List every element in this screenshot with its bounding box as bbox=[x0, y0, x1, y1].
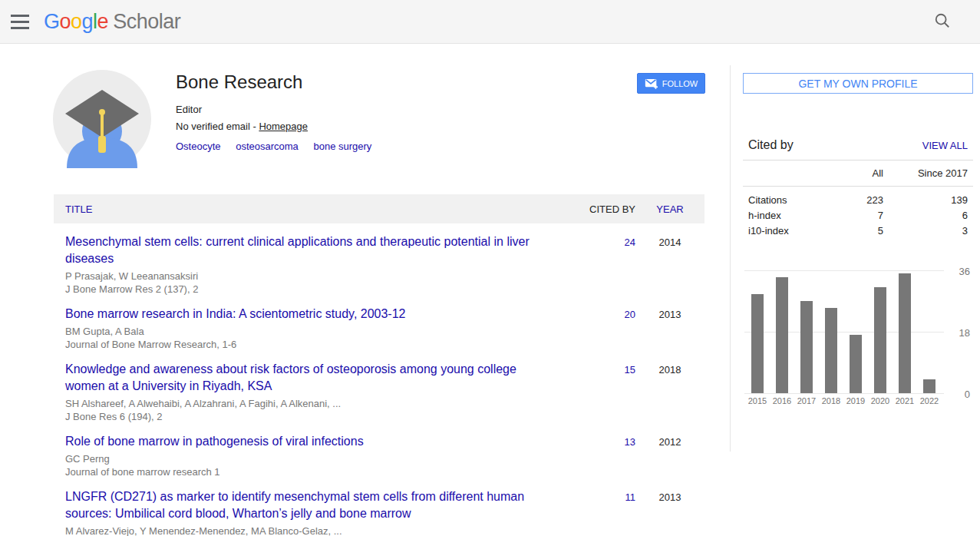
col-since: Since 2017 bbox=[883, 167, 968, 179]
publication-title-link[interactable]: Knowledge and awareness about risk facto… bbox=[65, 361, 551, 395]
stat-label: h-index bbox=[748, 208, 826, 223]
x-axis-label: 2015 bbox=[745, 396, 770, 405]
y-axis-tick: 18 bbox=[959, 327, 970, 339]
email-status-line: No verified email - Homepage bbox=[176, 121, 713, 132]
profile-name: Bone Research bbox=[176, 71, 713, 93]
homepage-link[interactable]: Homepage bbox=[259, 121, 308, 132]
stat-label: i10-index bbox=[748, 223, 826, 239]
publication-title-link[interactable]: Bone marrow research in India: A sciento… bbox=[65, 306, 551, 323]
publication-authors: P Prasajak, W Leeanansaksiri bbox=[65, 270, 551, 283]
publications-header-row: TITLE CITED BY YEAR bbox=[54, 194, 704, 223]
search-icon[interactable] bbox=[932, 12, 952, 31]
publication-year: 2012 bbox=[635, 433, 704, 478]
top-bar: GoogleScholar bbox=[0, 0, 980, 44]
x-axis-label: 2016 bbox=[770, 396, 794, 405]
publication-row: Mesenchymal stem cells: current clinical… bbox=[54, 229, 704, 301]
tag-link[interactable]: osteosarcoma bbox=[236, 141, 299, 152]
publication-year: 2018 bbox=[635, 361, 704, 423]
stat-since-value: 6 bbox=[883, 208, 968, 223]
x-axis-label: 2022 bbox=[917, 396, 942, 405]
stat-all-value: 7 bbox=[826, 208, 883, 223]
publication-row: Role of bone marrow in pathogenesis of v… bbox=[54, 428, 704, 484]
cited-by-title: Cited by bbox=[748, 138, 794, 152]
chart-x-axis-labels: 2015 2016 2017 2018 2019 2020 2021 2022 bbox=[745, 396, 942, 405]
citations-bar-chart: 36 18 0 2015 2016 2017 2018 2019 2020 2 bbox=[743, 266, 973, 420]
publication-row: Knowledge and awareness about risk facto… bbox=[54, 356, 704, 428]
sort-by-title-header[interactable]: TITLE bbox=[54, 203, 582, 215]
envelope-plus-icon bbox=[645, 78, 658, 89]
publication-title-link[interactable]: Mesenchymal stem cells: current clinical… bbox=[65, 233, 551, 267]
profile-header: Bone Research Editor No verified email -… bbox=[53, 70, 713, 152]
publication-authors: M Alvarez-Viejo, Y Menendez-Menendez, MA… bbox=[65, 525, 551, 536]
stat-label: Citations bbox=[748, 193, 826, 208]
bar-2017[interactable] bbox=[800, 301, 813, 393]
publication-authors: GC Perng bbox=[65, 453, 551, 465]
email-status-text: No verified email - bbox=[176, 121, 259, 132]
follow-button[interactable]: FOLLOW bbox=[637, 73, 705, 94]
view-all-link[interactable]: VIEW ALL bbox=[922, 140, 968, 151]
bar-2019[interactable] bbox=[850, 335, 862, 393]
sort-by-year-header[interactable]: YEAR bbox=[635, 203, 704, 215]
bar-2020[interactable] bbox=[874, 287, 886, 393]
x-axis-label: 2021 bbox=[893, 396, 917, 405]
publication-title-link[interactable]: Role of bone marrow in pathogenesis of v… bbox=[65, 433, 551, 450]
publications-list: Mesenchymal stem cells: current clinical… bbox=[54, 223, 704, 536]
x-axis-label: 2019 bbox=[843, 396, 868, 405]
publications-table: TITLE CITED BY YEAR Mesenchymal stem cel… bbox=[54, 194, 704, 536]
get-my-own-profile-button[interactable]: GET MY OWN PROFILE bbox=[743, 73, 973, 94]
publication-authors: BM Gupta, A Bala bbox=[65, 326, 551, 338]
stat-since-value: 3 bbox=[883, 223, 968, 239]
logo-letter: G bbox=[44, 10, 60, 33]
stat-row-citations: Citations 223 139 bbox=[748, 193, 968, 208]
y-axis-tick: 36 bbox=[959, 266, 970, 277]
cited-by-count-link[interactable]: 13 bbox=[625, 436, 635, 448]
bar-2016[interactable] bbox=[776, 277, 788, 393]
stat-since-value: 139 bbox=[883, 193, 968, 208]
cited-by-count-link[interactable]: 24 bbox=[625, 237, 635, 248]
tag-link[interactable]: bone surgery bbox=[313, 141, 371, 152]
x-axis-label: 2020 bbox=[868, 396, 893, 405]
publication-venue: Journal of Bone Marrow Research, 1-6 bbox=[65, 338, 551, 351]
publication-venue: J Bone Marrow Res 2 (137), 2 bbox=[65, 283, 551, 296]
bar-2018[interactable] bbox=[825, 308, 837, 393]
cited-by-column-headers: All Since 2017 bbox=[743, 160, 973, 187]
stat-all-value: 223 bbox=[826, 193, 883, 208]
cited-by-count-link[interactable]: 20 bbox=[625, 309, 635, 320]
avatar-graduation-cap-icon bbox=[53, 70, 151, 168]
tag-link[interactable]: Osteocyte bbox=[176, 141, 221, 152]
bar-2015[interactable] bbox=[751, 294, 764, 393]
hamburger-menu-icon[interactable] bbox=[11, 13, 29, 30]
profile-role: Editor bbox=[176, 104, 713, 115]
google-scholar-logo[interactable]: GoogleScholar bbox=[44, 10, 180, 34]
scholar-profile-page: GoogleScholar Bone Research Editor bbox=[0, 0, 980, 536]
stat-row-i10-index: i10-index 5 3 bbox=[748, 223, 968, 239]
publication-venue: Journal of bone marrow research 1 bbox=[65, 465, 551, 478]
logo-letter: g bbox=[82, 10, 94, 33]
publication-year: 2013 bbox=[635, 306, 704, 351]
sidebar-divider bbox=[730, 65, 731, 452]
bar-2021[interactable] bbox=[899, 273, 911, 393]
publication-title-link[interactable]: LNGFR (CD271) as marker to identify mese… bbox=[65, 488, 551, 522]
logo-scholar-text: Scholar bbox=[113, 10, 180, 33]
cited-by-panel: Cited by VIEW ALL All Since 2017 Citatio… bbox=[743, 138, 973, 239]
publication-row: LNGFR (CD271) as marker to identify mese… bbox=[54, 484, 704, 536]
x-axis-label: 2018 bbox=[819, 396, 843, 405]
logo-letter: e bbox=[97, 10, 109, 33]
cited-by-count-link[interactable]: 15 bbox=[625, 364, 635, 376]
chart-bars bbox=[751, 270, 935, 393]
stat-row-h-index: h-index 7 6 bbox=[748, 208, 968, 223]
publication-year: 2013 bbox=[635, 488, 704, 536]
publication-row: Bone marrow research in India: A sciento… bbox=[54, 301, 704, 356]
cited-by-count-link[interactable]: 11 bbox=[625, 491, 636, 503]
col-all: All bbox=[826, 167, 883, 179]
sidebar: GET MY OWN PROFILE Cited by VIEW ALL All… bbox=[743, 73, 973, 503]
bar-2022[interactable] bbox=[923, 379, 935, 393]
x-axis-label: 2017 bbox=[794, 396, 819, 405]
publication-authors: SH Alshareef, A Alwehaibi, A Alzahrani, … bbox=[65, 398, 551, 410]
y-axis-tick: 0 bbox=[965, 389, 970, 400]
cited-by-header: CITED BY bbox=[582, 203, 635, 215]
publication-year: 2014 bbox=[635, 233, 704, 296]
follow-button-label: FOLLOW bbox=[662, 79, 698, 88]
publication-venue: J Bone Res 6 (194), 2 bbox=[65, 410, 551, 423]
stat-all-value: 5 bbox=[826, 223, 883, 239]
